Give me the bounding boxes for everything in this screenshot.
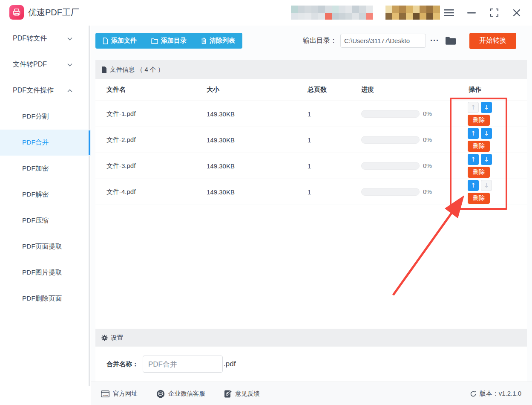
move-up-button[interactable]: ↑ (468, 128, 479, 139)
cell-progress: 0% (361, 136, 467, 144)
cell-actions: ↑↓删除 (467, 102, 527, 126)
delete-button[interactable]: 删除 (468, 115, 490, 126)
feedback-label: 意见反馈 (235, 390, 260, 398)
progress-percent: 0% (423, 110, 432, 117)
wechat-service-label: 企业微信客服 (168, 390, 205, 398)
toolbar: 添加文件 添加目录 清除列表 输出目录： ··· 开始转换 (91, 26, 532, 56)
cell-actions: ↑↓删除 (467, 180, 527, 204)
svg-text:.com: .com (102, 394, 108, 396)
cell-actions: ↑↓删除 (467, 128, 527, 152)
open-folder-icon[interactable] (445, 36, 457, 45)
progress-bar (361, 162, 420, 170)
move-up-button[interactable]: ↑ (468, 154, 479, 165)
add-file-button[interactable]: 添加文件 (95, 33, 144, 49)
table-row: 文件-4.pdf149.30KB10%↑↓删除 (95, 179, 527, 205)
sidebar-item-label: PDF页面提取 (22, 242, 62, 251)
cell-filename: 文件-1.pdf (95, 110, 207, 118)
sidebar-item-4[interactable]: PDF合并 (0, 130, 91, 156)
progress-percent: 0% (423, 136, 432, 143)
gear-icon (101, 335, 108, 341)
column-header-actions: 操作 (467, 86, 527, 94)
merge-name-row: 合并名称： .pdf (95, 347, 527, 382)
cell-size: 149.30KB (207, 188, 308, 196)
reorder-buttons: ↑↓ (468, 154, 492, 165)
sidebar-item-label: 文件转PDF (13, 60, 47, 69)
cell-filename: 文件-2.pdf (95, 136, 207, 144)
sidebar-item-label: PDF加密 (22, 164, 49, 173)
sidebar-item-9[interactable]: PDF图片提取 (0, 260, 91, 286)
feedback-link[interactable]: 意见反馈 (224, 390, 260, 398)
sidebar-item-label: PDF转文件 (13, 34, 47, 43)
sidebar-item-6[interactable]: PDF解密 (0, 182, 91, 208)
column-header-pages: 总页数 (308, 86, 361, 94)
close-icon[interactable] (512, 8, 522, 18)
hamburger-menu-icon[interactable] (444, 8, 454, 18)
app-logo-icon: PDF (9, 5, 24, 20)
chevron-down-icon (67, 63, 72, 67)
sidebar-item-label: PDF图片提取 (22, 268, 62, 277)
cell-pages: 1 (308, 162, 361, 170)
delete-button[interactable]: 删除 (468, 167, 490, 178)
sidebar-item-5[interactable]: PDF加密 (0, 156, 91, 182)
move-down-button[interactable]: ↓ (481, 102, 492, 113)
sidebar-item-2[interactable]: PDF文件操作 (0, 78, 91, 104)
version-label: 版本：v1.2.1.0 (480, 390, 521, 398)
add-file-label: 添加文件 (111, 37, 137, 45)
move-down-button[interactable]: ↓ (481, 154, 492, 165)
progress-percent: 0% (423, 188, 432, 195)
sidebar-item-8[interactable]: PDF页面提取 (0, 234, 91, 260)
sidebar-item-label: PDF压缩 (22, 216, 49, 225)
sidebar-item-10[interactable]: PDF删除页面 (0, 286, 91, 312)
sidebar-item-label: PDF合并 (22, 138, 49, 147)
maximize-icon[interactable] (489, 8, 499, 18)
add-directory-button[interactable]: 添加目录 (144, 33, 194, 49)
file-info-bar: 文件信息 （ 4 个 ） (95, 60, 527, 79)
clear-list-button[interactable]: 清除列表 (194, 33, 242, 49)
table-row: 文件-3.pdf149.30KB10%↑↓删除 (95, 153, 527, 179)
progress-bar (361, 110, 420, 118)
progress-bar (361, 136, 420, 144)
cell-progress: 0% (361, 110, 467, 118)
cell-filename: 文件-3.pdf (95, 162, 207, 170)
version-info: 版本：v1.2.1.0 (470, 390, 521, 398)
wechat-service-link[interactable]: 企业微信客服 (156, 390, 205, 398)
cell-actions: ↑↓删除 (467, 154, 527, 178)
footer: .com 官方网址 企业微信客服 意见反馈 (91, 382, 532, 405)
move-up-button[interactable]: ↑ (468, 180, 479, 191)
delete-button[interactable]: 删除 (468, 141, 490, 152)
window-controls (444, 0, 522, 25)
document-icon (101, 67, 107, 73)
sidebar-item-3[interactable]: PDF分割 (0, 104, 91, 130)
move-up-button[interactable]: ↑ (468, 102, 479, 113)
wechat-service-icon (156, 390, 165, 398)
merge-name-input[interactable] (143, 356, 223, 373)
delete-button[interactable]: 删除 (468, 193, 490, 204)
output-directory-input[interactable] (340, 34, 426, 48)
column-header-size: 大小 (207, 86, 308, 94)
minimize-icon[interactable] (466, 8, 477, 18)
redacted-blur-block-1 (291, 6, 373, 20)
sidebar-item-1[interactable]: 文件转PDF (0, 52, 91, 78)
chevron-down-icon (67, 37, 72, 40)
sidebar-item-label: PDF解密 (22, 190, 49, 199)
cell-size: 149.30KB (207, 136, 308, 144)
sidebar-item-7[interactable]: PDF压缩 (0, 208, 91, 234)
file-panel: 文件信息 （ 4 个 ） 文件名 大小 总页数 进度 操作 文件-1.pdf14… (95, 60, 527, 382)
cell-pages: 1 (308, 110, 361, 118)
official-website-link[interactable]: .com 官方网址 (101, 390, 138, 398)
cell-progress: 0% (361, 162, 467, 170)
cell-filename: 文件-4.pdf (95, 188, 207, 196)
move-down-button[interactable]: ↓ (481, 180, 492, 191)
sidebar-item-0[interactable]: PDF转文件 (0, 26, 91, 52)
progress-percent: 0% (423, 162, 432, 169)
table-header: 文件名 大小 总页数 进度 操作 (95, 79, 527, 101)
sidebar-item-label: PDF分割 (22, 112, 49, 121)
move-down-button[interactable]: ↓ (481, 128, 492, 139)
start-convert-button[interactable]: 开始转换 (469, 33, 516, 49)
svg-text:PDF: PDF (15, 13, 19, 15)
table-row: 文件-1.pdf149.30KB10%↑↓删除 (95, 101, 527, 127)
refresh-icon[interactable] (470, 391, 477, 397)
browse-ellipsis-button[interactable]: ··· (430, 36, 439, 45)
column-header-filename: 文件名 (95, 86, 207, 94)
cell-progress: 0% (361, 188, 467, 196)
